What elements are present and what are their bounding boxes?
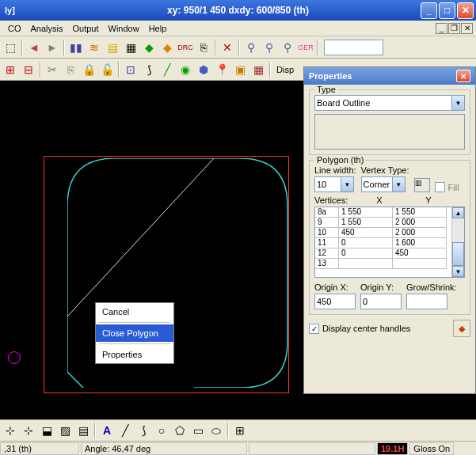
maximize-button[interactable]: □ (439, 2, 455, 19)
copy-icon[interactable]: ⎘ (195, 39, 212, 56)
grow-shrink-label: Grow/Shrink: (406, 282, 457, 292)
find3-icon[interactable]: ⚲ (279, 39, 296, 56)
lines-icon[interactable]: ≋ (86, 39, 103, 56)
title-left: ly] (5, 6, 15, 15)
gerber-icon[interactable]: GER (297, 39, 314, 56)
status-coord: ,31 (th) (0, 442, 79, 455)
properties-close-button[interactable]: ✕ (456, 70, 470, 82)
origin-y-label: Origin Y: (360, 282, 402, 292)
window-titlebar: ly] xy: 950/1 450 dxdy: 600/850 (th) _ □… (0, 0, 476, 21)
origin-x-label: Origin X: (314, 282, 356, 292)
delete-icon[interactable]: ✕ (219, 39, 236, 56)
vertices-table[interactable]: 8a1 5501 550 91 5502 000 104502 000 1101… (314, 207, 465, 278)
origin-x-input[interactable] (314, 294, 356, 309)
snap2-icon[interactable]: ⊹ (20, 422, 37, 439)
chevron-down-icon: ▼ (341, 177, 353, 191)
mdi-close-button[interactable]: ✕ (461, 23, 473, 34)
menu-window[interactable]: Window (104, 22, 144, 35)
lock-icon[interactable]: 🔒 (80, 61, 97, 78)
bars-icon[interactable]: ▮▮ (67, 39, 85, 56)
circle-draw-icon[interactable]: ○ (153, 422, 170, 439)
fill-icon[interactable]: ▨ (56, 422, 74, 439)
oval-draw-icon[interactable]: ⬭ (208, 422, 225, 439)
via-icon[interactable]: ◉ (177, 61, 194, 78)
find1-icon[interactable]: ⚲ (242, 39, 260, 56)
context-menu: Cancel Close Polygon Properties (95, 302, 174, 364)
y-header: Y (405, 195, 452, 205)
scroll-up-icon[interactable]: ▲ (452, 207, 464, 218)
tool-icon[interactable]: ⬚ (2, 39, 19, 56)
arc-icon[interactable]: ⟆ (140, 61, 158, 78)
snap1-icon[interactable]: ⊹ (2, 422, 19, 439)
table-row: 104502 000 (315, 228, 451, 238)
layers-icon[interactable]: ▤ (74, 422, 92, 439)
line-width-combo[interactable]: 10 ▼ (314, 176, 354, 192)
drc-icon[interactable]: DRC (177, 39, 194, 56)
sheet-icon[interactable]: ▤ (104, 39, 121, 56)
display-handles-checkbox[interactable]: ✓ (309, 324, 319, 334)
ctx-properties[interactable]: Properties (96, 346, 173, 363)
scroll-down-icon[interactable]: ▼ (452, 266, 464, 277)
poly-draw-icon[interactable]: ⬠ (171, 422, 188, 439)
diamond-orange-icon[interactable]: ◆ (158, 39, 176, 56)
close-button[interactable]: ✕ (457, 2, 474, 19)
mdi-restore-button[interactable]: ❐ (448, 23, 460, 34)
text-icon[interactable]: A (98, 422, 116, 439)
polygon-label: Polygon (th) (314, 155, 366, 165)
extra-icon[interactable]: ⊞ (231, 422, 249, 439)
toolbar-main: ⬚ ◄ ► ▮▮ ≋ ▤ ▦ ◆ ◆ DRC ⎘ ✕ ⚲ ⚲ ⚲ GER (0, 36, 476, 59)
grow-shrink-input[interactable] (406, 294, 447, 309)
grid1-icon[interactable]: ⊞ (2, 61, 19, 78)
ctx-cancel[interactable]: Cancel (96, 303, 173, 320)
net-icon[interactable]: ⊡ (122, 61, 139, 78)
status-blank (249, 442, 375, 455)
table-row: 8a1 5501 550 (315, 207, 451, 218)
mdi-minimize-button[interactable]: _ (436, 23, 447, 34)
diamond-green-icon[interactable]: ◆ (140, 39, 158, 56)
line-icon[interactable]: ╱ (158, 61, 176, 78)
hatch-button[interactable]: ▥ (414, 178, 430, 192)
menu-output[interactable]: Output (67, 22, 103, 35)
rect-draw-icon[interactable]: ▭ (189, 422, 207, 439)
menu-analysis[interactable]: Analysis (26, 22, 68, 35)
x-header: X (354, 195, 405, 205)
line-draw-icon[interactable]: ╱ (116, 422, 134, 439)
table-row: 91 5502 000 (315, 218, 451, 228)
find2-icon[interactable]: ⚲ (261, 39, 278, 56)
status-gloss: Gloss On (409, 442, 454, 455)
unlock-icon[interactable]: 🔓 (98, 61, 116, 78)
toolbar-draw: ⊹ ⊹ ⬓ ▨ ▤ A ╱ ⟆ ○ ⬠ ▭ ⬭ ⊞ (0, 419, 476, 441)
cut-icon[interactable]: ✂ (44, 61, 61, 78)
search-input[interactable] (324, 40, 383, 55)
board-icon[interactable]: ▦ (122, 39, 139, 56)
pad-icon[interactable]: ▣ (231, 61, 249, 78)
snap3-icon[interactable]: ⬓ (38, 422, 55, 439)
vertices-label: Vertices: (314, 195, 354, 205)
menu-help[interactable]: Help (144, 22, 172, 35)
minimize-button[interactable]: _ (421, 2, 437, 19)
help-button[interactable]: ◆ (453, 320, 470, 337)
status-layer: 19.1H (377, 442, 408, 455)
next-icon[interactable]: ► (44, 39, 61, 56)
grid2-icon[interactable]: ⊟ (20, 61, 37, 78)
type-combo[interactable]: Board Outline ▼ (314, 95, 465, 111)
layer-icon[interactable]: ▦ (249, 61, 267, 78)
arc-draw-icon[interactable]: ⟆ (135, 422, 152, 439)
fill-label: Fill (448, 183, 459, 192)
ctx-close-polygon[interactable]: Close Polygon (96, 324, 173, 342)
origin-marker (8, 351, 21, 364)
title-coords: xy: 950/1 450 dxdy: 600/850 (th) (3, 5, 473, 16)
vertices-scrollbar[interactable]: ▲ ▼ (451, 207, 464, 277)
copy2-icon[interactable]: ⎘ (62, 61, 79, 78)
poly-icon[interactable]: ⬢ (195, 61, 212, 78)
prev-icon[interactable]: ◄ (25, 39, 43, 56)
type-preview (314, 114, 465, 150)
table-row: 120450 (315, 248, 451, 259)
origin-y-input[interactable] (360, 294, 402, 309)
pin-icon[interactable]: 📍 (213, 61, 230, 78)
vertex-type-combo[interactable]: Corner ▼ (361, 176, 406, 192)
vertex-type-value: Corner (364, 180, 390, 189)
menu-co[interactable]: CO (3, 22, 26, 35)
line-width-value: 10 (317, 180, 326, 189)
scroll-thumb[interactable] (452, 242, 464, 266)
